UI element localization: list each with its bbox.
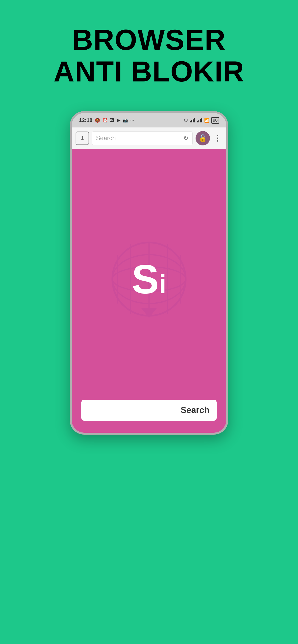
logo-s-letter: S [132, 259, 159, 300]
header-section: BROWSER ANTI BLOKIR [0, 0, 298, 106]
menu-dot-3 [217, 140, 218, 142]
browser-search-bar[interactable]: Search [81, 400, 217, 421]
play-icon: ▶ [117, 118, 120, 123]
app-logo-container: S i [108, 238, 190, 320]
bluetooth-icon: ⬡ [184, 118, 188, 123]
search-button-label[interactable]: Search [181, 405, 209, 415]
logo-i-letter: i [159, 271, 166, 297]
phone-frame: 12:18 🔕 ⏰ 🖼 ▶ 📷 ··· ⬡ [70, 111, 228, 434]
phone-mockup: 12:18 🔕 ⏰ 🖼 ▶ 📷 ··· ⬡ [70, 111, 228, 434]
browser-toolbar: 1 Search ↻ 🔓 [72, 128, 226, 149]
battery-indicator: 90 [211, 117, 219, 124]
svg-marker-8 [141, 308, 157, 318]
alarm-icon: ⏰ [102, 118, 108, 123]
title-line1: BROWSER [54, 24, 244, 56]
url-bar[interactable]: Search ↻ [92, 131, 193, 145]
silent-icon: 🔕 [95, 118, 100, 123]
menu-dot-2 [217, 138, 218, 139]
status-right: ⬡ 📶 90 [184, 117, 219, 124]
vpn-lock-button[interactable]: 🔓 [196, 131, 210, 146]
reload-icon[interactable]: ↻ [183, 134, 189, 142]
tab-count: 1 [81, 135, 84, 141]
signal-bars-1 [190, 118, 195, 122]
wifi-icon: 📶 [204, 118, 209, 123]
battery-level: 90 [213, 118, 218, 123]
more-icon: ··· [130, 118, 134, 123]
status-bar: 12:18 🔕 ⏰ 🖼 ▶ 📷 ··· ⬡ [72, 113, 226, 128]
browser-content: S i Search [72, 149, 226, 433]
signal-bars-2 [197, 118, 202, 122]
tab-count-button[interactable]: 1 [76, 132, 89, 145]
menu-dot-1 [217, 135, 218, 136]
page-title: BROWSER ANTI BLOKIR [54, 24, 244, 87]
more-menu-button[interactable] [213, 135, 222, 142]
url-input[interactable]: Search [96, 134, 116, 142]
status-left: 12:18 🔕 ⏰ 🖼 ▶ 📷 ··· [79, 117, 134, 124]
title-line2: ANTI BLOKIR [54, 56, 244, 87]
browser-logo-area: S i [108, 158, 190, 400]
lock-open-icon: 🔓 [199, 134, 207, 142]
status-time: 12:18 [79, 117, 92, 124]
image-icon: 🖼 [110, 118, 114, 123]
instagram-icon: 📷 [123, 118, 128, 123]
